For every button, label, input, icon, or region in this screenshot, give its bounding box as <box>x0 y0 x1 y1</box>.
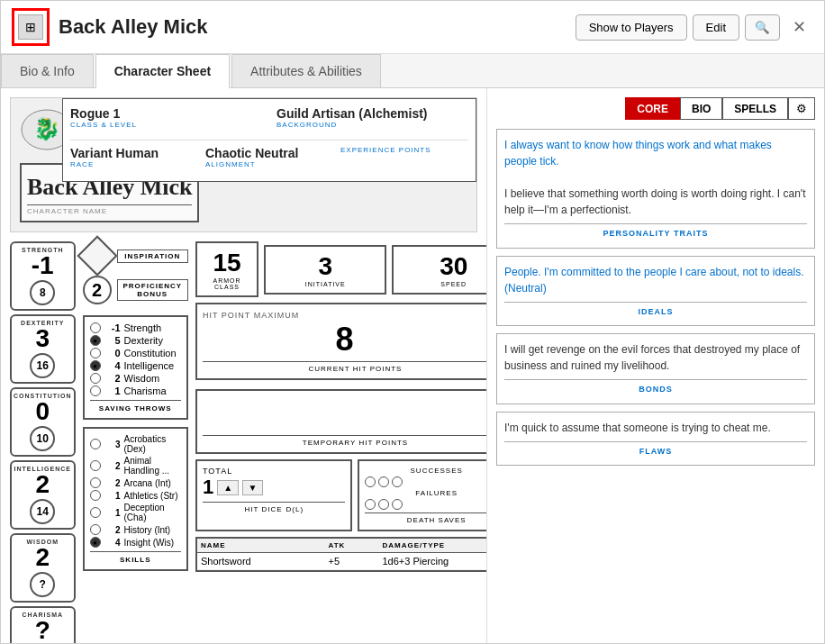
skill-value: 3 <box>104 440 121 449</box>
main-content: 🐉 DUNGEONS & DRAGONS Back Alley Mick CHA… <box>1 88 824 643</box>
show-to-players-button[interactable]: Show to Players <box>576 14 687 41</box>
main-stats-area: STRENGTH -1 8 DEXTERITY 3 16 CONSTITUTIO… <box>10 241 477 643</box>
tab-bio-info[interactable]: Bio & Info <box>1 54 94 87</box>
save-value: 2 <box>104 373 121 384</box>
header-actions: Show to Players Edit 🔍 ✕ <box>576 14 813 41</box>
success-circle-2[interactable] <box>378 476 389 487</box>
app-window: ⊞ Back Alley Mick Show to Players Edit 🔍… <box>0 0 825 644</box>
skill-checkbox[interactable]: ● <box>90 537 101 548</box>
stab-spells[interactable]: SPELLS <box>722 97 788 120</box>
close-button[interactable]: ✕ <box>785 14 813 41</box>
skill-checkbox[interactable] <box>90 524 101 535</box>
save-value: -1 <box>104 322 121 333</box>
tab-attributes[interactable]: Attributes & Abilities <box>231 54 381 87</box>
save-name: Dexterity <box>124 335 182 346</box>
class-level-value: Rogue 1 <box>70 106 262 121</box>
background-value: Guild Artisan (Alchemist) <box>277 106 468 121</box>
ability-scores: STRENGTH -1 8 DEXTERITY 3 16 CONSTITUTIO… <box>10 241 76 643</box>
skill-checkbox[interactable] <box>90 460 101 471</box>
current-hp-label: CURRENT HIT POINTS <box>203 361 487 373</box>
bonds-label: BONDS <box>504 379 807 396</box>
skill-value: 2 <box>104 461 121 471</box>
attack-damage: 1d6+3 Piercing <box>382 556 487 567</box>
skill-checkbox[interactable] <box>90 490 101 501</box>
skill-value: 1 <box>104 491 121 501</box>
hit-dice-up-button[interactable]: ▲ <box>217 480 239 495</box>
inspiration-diamond[interactable] <box>83 241 112 270</box>
alignment-value: Chaotic Neutral <box>205 146 333 160</box>
attacks-table: NAME ATK DAMAGE/TYPE Shortsword +5 1d6+3… <box>195 537 487 572</box>
search-button[interactable]: 🔍 <box>745 14 780 41</box>
icon-button[interactable]: ⊞ <box>12 8 50 46</box>
skill-row: 3Acrobatics (Dex) <box>90 434 182 454</box>
dexterity-score: 16 <box>30 353 55 378</box>
tab-character-sheet[interactable]: Character Sheet <box>95 54 230 88</box>
charisma-card: CHARISMA ? ? <box>10 606 76 643</box>
dexterity-card: DEXTERITY 3 16 <box>10 314 76 384</box>
save-checkbox[interactable] <box>90 385 101 396</box>
strength-card: STRENGTH -1 8 <box>10 241 76 311</box>
skill-value: 2 <box>104 478 121 488</box>
save-name: Intelligence <box>124 360 182 371</box>
save-checkbox[interactable] <box>90 322 101 333</box>
save-row: 2Wisdom <box>90 373 182 384</box>
save-row: 1Charisma <box>90 385 182 396</box>
info-grid-bottom: Variant Human RACE Chaotic Neutral ALIGN… <box>70 140 468 174</box>
skill-checkbox[interactable] <box>90 477 101 488</box>
skill-name: Acrobatics (Dex) <box>124 434 182 454</box>
failure-circle-3[interactable] <box>392 499 403 510</box>
temp-hp-input[interactable] <box>203 396 486 432</box>
failure-circle-2[interactable] <box>378 499 389 510</box>
stab-settings[interactable]: ⚙ <box>788 97 815 120</box>
race-field: Variant Human RACE <box>70 146 198 168</box>
armor-class-value: 15 <box>203 249 251 277</box>
hit-dice-row: 1 ▲ ▼ <box>203 476 345 499</box>
stab-core[interactable]: CORE <box>625 97 680 120</box>
skill-row: 1Deception (Cha) <box>90 503 182 522</box>
skill-value: 1 <box>104 508 121 518</box>
armor-class-label: ARMOR CLASS <box>203 277 251 290</box>
combat-top-row: 15 ARMOR CLASS 3 INITIATIVE 30 SPEED <box>195 241 487 297</box>
death-saves-box: SUCCESSES FAILURES <box>358 459 487 531</box>
inspiration-row: INSPIRATION <box>83 241 189 270</box>
skill-name: Insight (Wis) <box>124 538 182 548</box>
save-checkbox[interactable]: ● <box>90 335 101 346</box>
failure-circle-1[interactable] <box>365 499 376 510</box>
skill-checkbox[interactable] <box>90 507 101 518</box>
save-value: 4 <box>104 360 121 371</box>
skill-name: Athletics (Str) <box>124 491 182 501</box>
ideals-label: IDEALS <box>504 302 807 319</box>
strength-score: 8 <box>30 280 55 305</box>
alignment-key: ALIGNMENT <box>205 160 333 168</box>
save-checkbox[interactable] <box>90 348 101 358</box>
tab-bar: Bio & Info Character Sheet Attributes & … <box>1 54 824 88</box>
success-circle-1[interactable] <box>365 476 376 487</box>
save-row: 0Constitution <box>90 348 182 358</box>
stab-bio[interactable]: BIO <box>680 97 722 120</box>
failures-label: FAILURES <box>365 489 487 497</box>
skills-box: 3Acrobatics (Dex)2Animal Handling ...2Ar… <box>83 427 189 571</box>
temp-hp-section: ▲ ▼ TEMPORARY HIT POINTS <box>195 389 487 454</box>
attack-atk: +5 <box>328 556 382 567</box>
character-banner: 🐉 DUNGEONS & DRAGONS Back Alley Mick CHA… <box>10 97 477 232</box>
speed-value: 30 <box>399 252 487 281</box>
edit-button[interactable]: Edit <box>693 14 739 41</box>
saving-throws-label: SAVING THROWS <box>90 400 182 413</box>
wisdom-score: ? <box>30 572 55 597</box>
saves-list: -1Strength●5Dexterity0Constitution●4Inte… <box>90 322 182 396</box>
skill-value: 2 <box>104 525 121 535</box>
skill-name: Deception (Cha) <box>124 503 182 522</box>
race-key: RACE <box>70 160 198 168</box>
save-checkbox[interactable]: ● <box>90 360 101 371</box>
current-hp-input[interactable] <box>203 321 486 358</box>
dice-saves-row: Total 1 ▲ ▼ HIT DICE D(l) <box>195 459 487 531</box>
personality-traits-text2: I believe that something worth doing is … <box>504 186 807 218</box>
save-checkbox[interactable] <box>90 373 101 384</box>
success-circle-3[interactable] <box>392 476 403 487</box>
skill-row: 2Animal Handling ... <box>90 456 182 476</box>
hit-dice-down-button[interactable]: ▼ <box>242 480 264 495</box>
ideals-box: People. I'm committed to the people I ca… <box>496 256 815 327</box>
skill-checkbox[interactable] <box>90 439 101 449</box>
proficiency-bonus-value: 2 <box>83 276 112 304</box>
hp-max-label: Hit Point Maximum <box>203 311 299 320</box>
